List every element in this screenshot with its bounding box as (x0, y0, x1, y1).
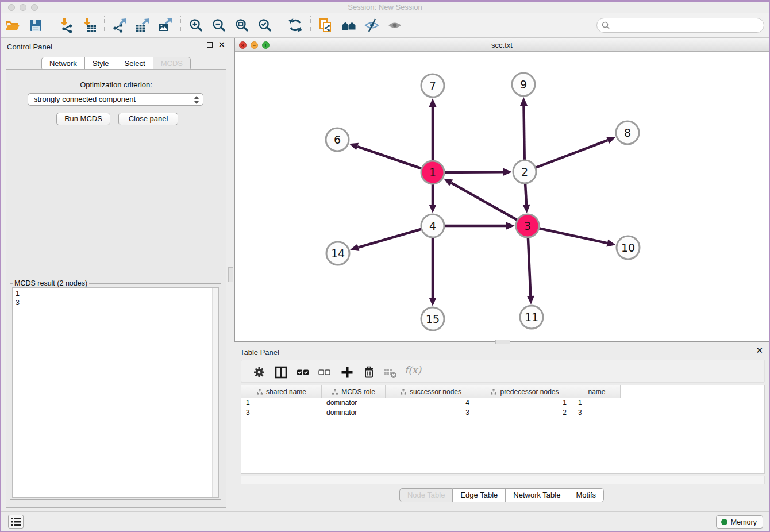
apply-layout-icon[interactable] (287, 17, 304, 33)
window-title: Session: New Session (1, 3, 769, 11)
graph-node-label: 1 (429, 166, 436, 179)
graph-node-label: 8 (624, 126, 631, 139)
table-cell[interactable]: 1 (476, 398, 573, 408)
create-column-icon[interactable] (340, 365, 355, 380)
network-canvas[interactable]: 7968124314101511 (235, 52, 769, 341)
optimization-criterion-label: Optimization criterion: (6, 80, 226, 89)
task-history-button[interactable] (8, 515, 24, 529)
zoom-selected-icon[interactable] (256, 17, 274, 33)
network-window-titlebar[interactable]: × − + scc.txt (235, 38, 769, 52)
node-table: shared nameMCDS rolesuccessor nodesprede… (241, 385, 765, 474)
search-input[interactable] (596, 18, 764, 33)
table-cell[interactable]: 1 (573, 398, 621, 408)
mcds-result-line: 1 (16, 289, 215, 298)
search-icon (602, 21, 610, 29)
export-image-icon[interactable] (157, 17, 174, 33)
column-header-label: successor nodes (410, 388, 461, 396)
tab-network-table[interactable]: Network Table (506, 488, 568, 502)
show-columns-icon[interactable] (274, 365, 288, 380)
zoom-out-icon[interactable] (210, 17, 228, 33)
graph-edge-3-1[interactable] (451, 183, 528, 226)
graph-node-label: 14 (331, 247, 345, 260)
column-header-successor-nodes[interactable]: successor nodes (386, 385, 476, 398)
tab-node-table[interactable]: Node Table (399, 488, 453, 502)
import-network-icon[interactable] (57, 17, 75, 33)
graph-node-label: 9 (520, 78, 527, 91)
save-session-icon[interactable] (27, 17, 44, 33)
table-row[interactable]: 3dominator323 (241, 408, 764, 418)
select-all-columns-icon[interactable] (295, 365, 310, 380)
table-panel: Table Panel ✕ f(x) shared nameMCDS roles… (234, 344, 769, 511)
show-all-icon[interactable] (386, 17, 403, 33)
clone-network-icon[interactable] (317, 17, 334, 33)
function-builder-icon: f(x) (405, 364, 419, 379)
column-header-predecessor-nodes[interactable]: predecessor nodes (476, 385, 573, 398)
tab-motifs[interactable]: Motifs (568, 488, 604, 502)
network-view-window: × − + scc.txt 7968124314101511 (234, 38, 769, 342)
unselect-all-columns-icon[interactable] (317, 365, 332, 380)
run-mcds-button[interactable]: Run MCDS (56, 113, 110, 125)
main-toolbar (1, 13, 769, 38)
first-neighbors-icon[interactable] (340, 17, 357, 33)
table-cell[interactable]: 3 (573, 408, 621, 418)
table-cell[interactable]: 1 (241, 398, 322, 408)
graph-edge-arrowhead (527, 296, 534, 304)
mcds-tab-content: Optimization criterion: strongly connect… (6, 69, 226, 508)
column-header-label: predecessor nodes (500, 388, 559, 396)
hide-selected-icon[interactable] (363, 17, 380, 33)
column-header-shared-name[interactable]: shared name (241, 385, 322, 398)
graph-node-label: 10 (621, 241, 635, 254)
import-table-icon[interactable] (80, 17, 98, 33)
table-settings-icon[interactable] (252, 365, 267, 380)
network-graph[interactable]: 7968124314101511 (235, 52, 769, 341)
graph-edge-arrowhead (606, 137, 615, 144)
export-network-icon[interactable] (111, 17, 128, 33)
graph-node-label: 7 (429, 79, 436, 92)
column-header-name[interactable]: name (573, 385, 621, 398)
table-row[interactable]: 1dominator411 (241, 398, 764, 408)
table-cell[interactable]: 3 (241, 408, 322, 418)
close-panel-button[interactable]: Close panel (118, 113, 178, 125)
delete-column-icon[interactable] (361, 365, 376, 380)
table-toolbar: f(x) (241, 360, 765, 383)
mcds-result-text[interactable]: 13 (12, 287, 219, 498)
float-panel-icon[interactable] (745, 348, 750, 353)
column-header-label: shared name (266, 388, 306, 396)
mcds-result-scrollbar[interactable] (212, 288, 218, 497)
float-panel-icon[interactable] (207, 42, 213, 48)
table-panel-title: Table Panel (240, 348, 279, 357)
control-panel: Control Panel ✕ NetworkStyleSelectMCDS O… (1, 38, 231, 511)
table-cell[interactable]: 3 (386, 408, 476, 418)
tab-edge-table[interactable]: Edge Table (453, 488, 506, 502)
memory-status-icon (721, 519, 727, 525)
graph-edge-arrowhead (606, 240, 615, 247)
delete-table-icon (383, 365, 398, 380)
column-header-label: name (588, 388, 605, 396)
graph-edge-arrowhead (429, 298, 437, 306)
export-table-icon[interactable] (134, 17, 151, 33)
network-window-title: scc.txt (235, 41, 769, 49)
select-arrows-icon (194, 95, 199, 108)
graph-edge-2-8[interactable] (525, 140, 607, 172)
table-cell[interactable]: 4 (386, 398, 476, 408)
column-header-MCDS-role[interactable]: MCDS role (322, 385, 386, 398)
table-cell[interactable]: dominator (322, 408, 386, 418)
close-panel-icon[interactable]: ✕ (218, 42, 225, 48)
column-type-icon (332, 388, 338, 395)
zoom-fit-icon[interactable] (233, 17, 251, 33)
column-type-icon (490, 388, 497, 395)
graph-edge-arrowhead (503, 168, 512, 176)
list-icon (11, 517, 21, 526)
panel-splitter-handle[interactable] (228, 267, 233, 282)
open-session-icon[interactable] (4, 17, 21, 33)
table-cell[interactable]: 2 (476, 408, 573, 418)
table-cell[interactable]: dominator (322, 398, 386, 408)
close-panel-icon[interactable]: ✕ (756, 348, 763, 353)
graph-node-label: 3 (524, 219, 531, 232)
zoom-in-icon[interactable] (187, 17, 205, 33)
memory-button[interactable]: Memory (716, 515, 763, 529)
graph-node-label: 6 (334, 133, 341, 146)
optimization-criterion-select[interactable]: strongly connected component (28, 93, 203, 106)
table-horizontal-scrollbar[interactable] (241, 476, 765, 484)
optimization-criterion-value: strongly connected component (34, 95, 136, 103)
